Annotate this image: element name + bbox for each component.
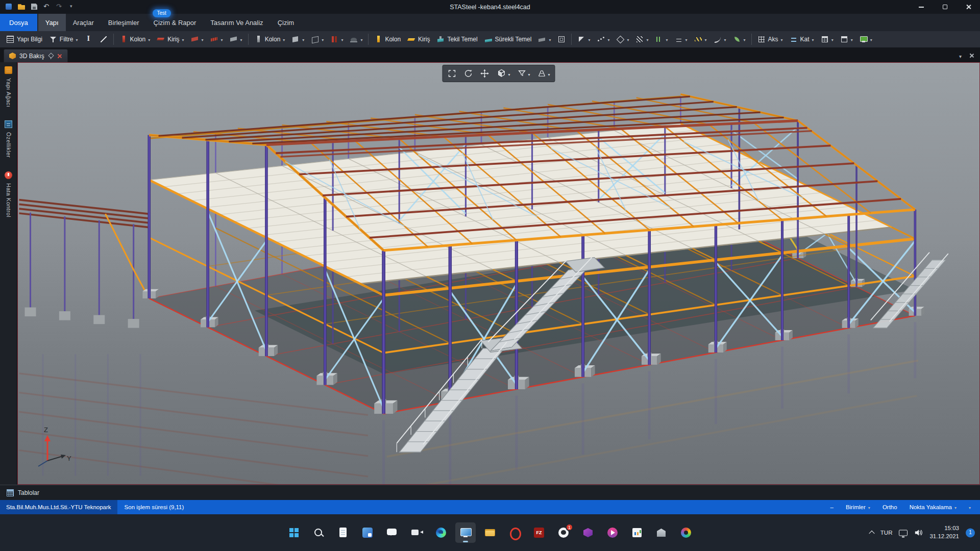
taskbar-app[interactable]	[357, 522, 378, 543]
ribbon-button[interactable]	[535, 33, 554, 46]
ribbon-button[interactable]	[710, 33, 729, 46]
close-view-icon[interactable]	[969, 53, 974, 58]
file-menu-button[interactable]: Dosya	[0, 14, 37, 31]
3d-viewport[interactable]: Z Y	[17, 62, 980, 485]
dock-tab[interactable]: Yapı Ağacı	[5, 66, 12, 107]
close-button[interactable]	[957, 0, 980, 14]
pan-button[interactable]	[477, 66, 492, 81]
ribbon-tab[interactable]: Tasarım Ve Analiz	[203, 14, 270, 31]
statusbar-toggle[interactable]: Birimler	[841, 504, 875, 510]
quick-access-icon[interactable]	[18, 3, 26, 11]
ribbon-button[interactable]	[730, 33, 749, 46]
fit-screen-button[interactable]	[444, 66, 459, 81]
ribbon-button[interactable]: Kiriş	[154, 33, 187, 46]
notification-badge[interactable]: 1	[966, 528, 975, 537]
dock-tab[interactable]: Hata Kontrol	[5, 171, 12, 217]
quick-access-icon[interactable]	[43, 3, 51, 11]
close-tab-icon[interactable]	[57, 54, 62, 59]
ribbon-button[interactable]	[571, 34, 572, 45]
taskbar-app[interactable]	[602, 522, 623, 543]
minimize-button[interactable]	[910, 0, 933, 14]
ribbon-tab[interactable]: Çizim	[271, 14, 302, 31]
taskbar-app[interactable]	[504, 522, 525, 543]
ribbon-button[interactable]: Kiriş	[404, 33, 433, 46]
ribbon-button[interactable]	[594, 33, 612, 46]
taskbar-app[interactable]	[308, 522, 329, 543]
perspective-button[interactable]	[534, 66, 553, 81]
ribbon-button[interactable]	[837, 33, 856, 46]
filter-button[interactable]	[514, 66, 533, 81]
statusbar-toggle[interactable]	[964, 504, 976, 510]
ribbon-tab[interactable]: Birleşimler	[101, 14, 146, 31]
ribbon-button[interactable]	[751, 34, 752, 45]
ribbon-button[interactable]	[856, 33, 875, 46]
ribbon-button[interactable]	[554, 33, 569, 46]
ribbon-button[interactable]	[96, 33, 111, 46]
taskbar-app[interactable]	[455, 522, 476, 543]
taskbar-app[interactable]	[333, 522, 353, 543]
ribbon-button[interactable]	[818, 33, 837, 46]
quick-access-icon[interactable]	[56, 3, 64, 11]
tab-list-chevron-icon[interactable]	[959, 51, 962, 60]
quick-access-icon[interactable]	[31, 3, 38, 11]
taskbar-app[interactable]: 1	[553, 522, 574, 543]
statusbar-toggle[interactable]: Nokta Yakalama	[904, 504, 962, 510]
statusbar-toggle[interactable]: Ortho	[877, 504, 902, 510]
maximize-button[interactable]	[933, 0, 957, 14]
language-indicator[interactable]: TUR	[880, 530, 893, 536]
taskbar-app[interactable]	[480, 522, 500, 543]
ribbon-button[interactable]	[691, 33, 710, 46]
volume-icon[interactable]	[914, 529, 923, 537]
tray-chevron-icon[interactable]	[869, 531, 874, 536]
taskbar-app[interactable]	[627, 522, 647, 543]
taskbar-app[interactable]	[651, 522, 672, 543]
dock-tab[interactable]: Özellikler	[5, 120, 12, 158]
ribbon-tab[interactable]: Yapı	[38, 14, 66, 31]
ribbon-button[interactable]	[207, 33, 226, 46]
ribbon-button[interactable]	[672, 33, 691, 46]
view-cube-button[interactable]	[493, 66, 513, 81]
cast-icon[interactable]	[899, 530, 908, 536]
statusbar-toggle[interactable]: –	[825, 504, 838, 510]
ribbon-button[interactable]	[368, 34, 369, 45]
ribbon-button[interactable]	[227, 33, 246, 46]
ribbon-button[interactable]	[82, 33, 96, 46]
ribbon-button[interactable]	[613, 33, 632, 46]
ribbon-button[interactable]	[288, 33, 307, 46]
orbit-button[interactable]	[460, 66, 476, 81]
ribbon-button[interactable]	[347, 33, 365, 46]
taskbar-app[interactable]	[406, 522, 427, 543]
tab-3d-view[interactable]: 3D Bakış	[4, 49, 68, 62]
quick-access-icon[interactable]	[5, 3, 13, 11]
taskbar-app[interactable]	[284, 522, 304, 543]
pin-icon[interactable]	[48, 53, 54, 59]
taskbar-app[interactable]	[578, 522, 598, 543]
clock[interactable]: 15:03 31.12.2021	[929, 524, 959, 540]
taskbar-app[interactable]	[382, 522, 402, 543]
quick-access-icon[interactable]	[69, 3, 77, 11]
ribbon-button[interactable]: Kolon	[371, 33, 404, 46]
ribbon-button[interactable]: Kat	[787, 33, 817, 46]
ribbon-button[interactable]	[113, 34, 114, 45]
ribbon-button[interactable]	[308, 33, 327, 46]
ribbon-button[interactable]: Kolon	[251, 33, 288, 46]
ribbon-button[interactable]	[652, 33, 671, 46]
taskbar: 1	[0, 514, 980, 551]
ribbon-button[interactable]: Yapı Bilgi	[3, 33, 45, 46]
taskbar-app[interactable]	[431, 522, 451, 543]
ribbon-button[interactable]: Tekil Temel	[433, 33, 480, 46]
taskbar-app[interactable]	[529, 522, 549, 543]
ribbon-tab[interactable]: Araçlar	[66, 14, 101, 31]
tables-label[interactable]: Tablolar	[18, 489, 39, 496]
ribbon-button[interactable]: Sürekli Temel	[481, 33, 535, 46]
ribbon-button[interactable]: Filtre	[46, 33, 81, 46]
ribbon-button[interactable]	[574, 33, 593, 46]
ribbon-button[interactable]	[188, 33, 207, 46]
ribbon-button[interactable]	[632, 33, 651, 46]
taskbar-app[interactable]	[676, 522, 696, 543]
ribbon-button[interactable]: Kolon	[116, 33, 154, 46]
ribbon-button[interactable]: Aks	[754, 33, 786, 46]
ribbon-button[interactable]	[327, 33, 346, 46]
ribbon-button[interactable]	[248, 34, 249, 45]
ribbon-tab[interactable]: Çizim & Rapor Test	[146, 14, 204, 31]
